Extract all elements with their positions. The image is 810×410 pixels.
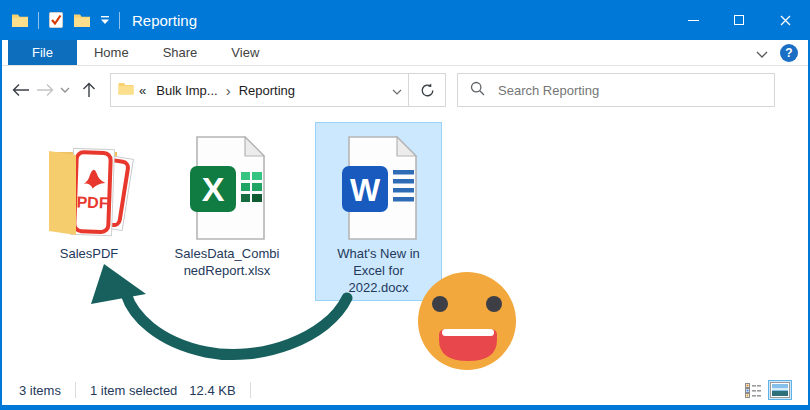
breadcrumb-parent[interactable]: Bulk Imp... xyxy=(151,83,222,98)
ribbon-tab-bar: File Home Share View ? xyxy=(2,40,808,66)
tab-file[interactable]: File xyxy=(8,40,77,65)
file-label: SalesPDF xyxy=(60,245,119,262)
file-label-line: nedReport.xlsx xyxy=(175,262,280,279)
thumbnail-view-icon[interactable] xyxy=(768,380,792,400)
file-label: What's New in Excel for 2022.docx xyxy=(337,245,420,296)
svg-text:X: X xyxy=(202,170,225,208)
file-item-salespdf[interactable]: PDF SalesPDF xyxy=(30,124,148,262)
status-bar: 3 items 1 item selected 12.4 KB xyxy=(2,375,808,405)
window-folder-icon xyxy=(11,13,29,28)
file-label-line: SalesData_Combi xyxy=(175,245,280,262)
qat-customize-icon[interactable] xyxy=(100,16,110,25)
breadcrumb-separator-icon[interactable]: › xyxy=(223,82,234,99)
help-icon[interactable]: ? xyxy=(780,44,798,62)
file-label-line: 2022.docx xyxy=(337,279,420,296)
file-label-line: What's New in xyxy=(337,245,420,262)
excel-file-icon: X xyxy=(182,124,272,242)
breadcrumb-current[interactable]: Reporting xyxy=(234,83,300,98)
maximize-button[interactable] xyxy=(716,0,762,40)
word-file-icon: W xyxy=(334,124,424,242)
address-dropdown-icon[interactable] xyxy=(392,81,402,99)
items-count: 3 items xyxy=(19,383,61,398)
status-separator xyxy=(75,382,76,398)
up-icon[interactable] xyxy=(82,82,96,98)
collapse-ribbon-icon[interactable] xyxy=(756,44,768,62)
svg-text:PDF: PDF xyxy=(76,194,109,212)
qat-separator xyxy=(38,12,39,29)
window-title: Reporting xyxy=(132,12,197,29)
search-icon xyxy=(470,81,485,100)
back-icon[interactable] xyxy=(12,83,30,97)
address-folder-icon xyxy=(118,81,134,99)
status-separator xyxy=(250,382,251,398)
file-label-line: SalesPDF xyxy=(60,245,119,262)
file-label: SalesData_Combi nedReport.xlsx xyxy=(175,245,280,279)
tab-view[interactable]: View xyxy=(214,40,276,65)
view-toggles xyxy=(743,380,792,400)
explorer-window: Reporting File Home Share View ? xyxy=(0,0,810,410)
file-list-area[interactable]: PDF SalesPDF X xyxy=(2,114,808,375)
quick-access-toolbar: Reporting xyxy=(2,11,197,29)
details-view-icon[interactable] xyxy=(743,381,763,400)
file-item-salesdata-xlsx[interactable]: X SalesData_Combi nedReport.xlsx xyxy=(162,124,292,279)
breadcrumb-overflow[interactable]: « xyxy=(134,83,151,98)
title-bar: Reporting xyxy=(2,0,808,40)
selection-size: 12.4 KB xyxy=(189,383,235,398)
svg-text:W: W xyxy=(349,172,380,208)
pdf-folder-icon: PDF xyxy=(39,124,139,242)
minimize-button[interactable] xyxy=(670,0,716,40)
qat-separator xyxy=(119,12,120,29)
navigation-bar: « Bulk Imp... › Reporting xyxy=(2,66,808,114)
tab-home[interactable]: Home xyxy=(77,40,146,65)
refresh-icon[interactable] xyxy=(409,74,445,106)
forward-icon[interactable] xyxy=(36,83,54,97)
recent-locations-icon[interactable] xyxy=(60,87,70,93)
window-controls xyxy=(670,0,808,40)
selection-count: 1 item selected xyxy=(90,383,177,398)
search-box[interactable] xyxy=(457,73,775,107)
address-bar[interactable]: « Bulk Imp... › Reporting xyxy=(110,73,446,107)
new-folder-icon[interactable] xyxy=(73,13,91,28)
tab-share[interactable]: Share xyxy=(146,40,215,65)
close-button[interactable] xyxy=(762,0,808,40)
file-item-whats-new-docx[interactable]: W What's New in Excel for 2022.docx xyxy=(315,122,442,301)
search-input[interactable] xyxy=(496,82,762,99)
properties-icon[interactable] xyxy=(48,11,64,29)
ribbon-right-controls: ? xyxy=(756,40,808,65)
file-label-line: Excel for xyxy=(337,262,420,279)
